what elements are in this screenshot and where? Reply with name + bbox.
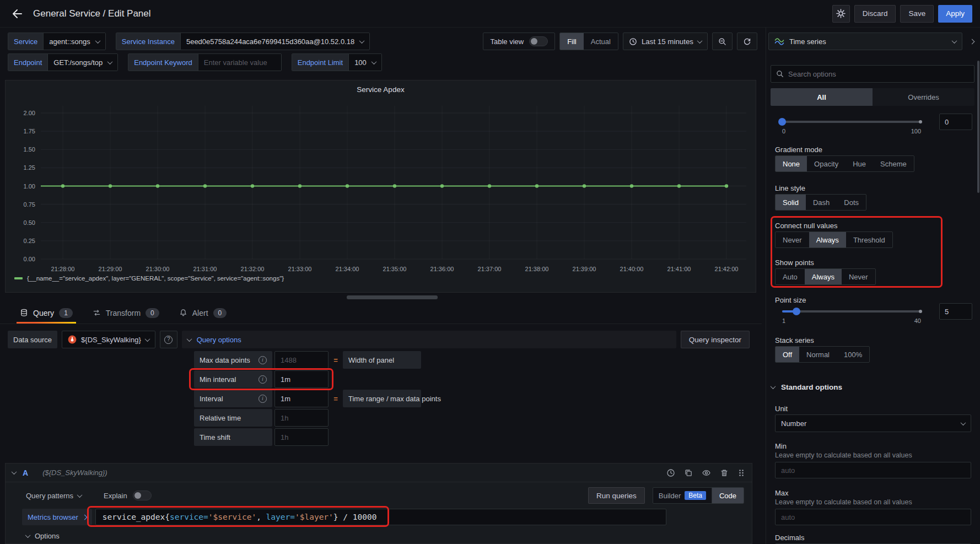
interval-input[interactable]: 1m (274, 390, 329, 407)
builder-option[interactable]: BuilderBeta (653, 491, 712, 500)
service-variable: Service agent::songs (8, 33, 106, 50)
chevron-down-icon (359, 38, 365, 44)
discard-button[interactable]: Discard (854, 5, 896, 23)
apply-button[interactable]: Apply (938, 5, 972, 23)
slider-value-input[interactable]: 0 (939, 114, 972, 130)
query-expression-row: Metrics browser service_apdex{service='$… (22, 508, 744, 526)
max-input[interactable] (775, 509, 971, 525)
chevron-down-icon (144, 336, 150, 342)
option-dots[interactable]: Dots (837, 195, 866, 210)
option-row-interval: Interval 1m = Time range / max data poin… (194, 390, 421, 407)
grafana-edit-panel: General Service / Edit Panel Discard Sav… (0, 0, 980, 544)
option-threshold[interactable]: Threshold (846, 232, 892, 247)
metrics-browser-button[interactable]: Metrics browser (22, 509, 92, 525)
option-none[interactable]: None (776, 156, 807, 171)
panel-settings-button[interactable] (832, 5, 850, 23)
run-queries-button[interactable]: Run queries (588, 487, 645, 504)
option-off[interactable]: Off (776, 347, 799, 362)
relative-time-input[interactable]: 1h (274, 409, 329, 427)
code-option[interactable]: Code (712, 488, 744, 503)
endpoint-limit-dropdown[interactable]: 100 (349, 54, 381, 71)
option-solid[interactable]: Solid (776, 195, 806, 210)
datasource-help-button[interactable] (160, 331, 177, 348)
tab-alert-count: 0 (213, 308, 227, 318)
line-style-control: SolidDashDots (775, 194, 866, 211)
option-hue[interactable]: Hue (846, 156, 873, 171)
explain-toggle[interactable] (133, 491, 152, 500)
max-data-points-input[interactable]: 1488 (274, 351, 329, 369)
query-patterns-dropdown[interactable]: Query patterns (26, 492, 82, 500)
standard-options-header[interactable]: Standard options (771, 383, 842, 391)
tab-alert[interactable]: Alert 0 (176, 302, 230, 324)
tab-alert-label: Alert (192, 309, 208, 317)
time-shift-label: Time shift (194, 428, 272, 446)
time-range-picker[interactable]: Last 15 minutes (623, 33, 708, 50)
query-expression-input[interactable]: service_apdex{service='$service', layer=… (95, 509, 666, 525)
refresh-button[interactable] (737, 33, 757, 50)
chevron-down-icon (12, 469, 17, 475)
slider-track[interactable] (782, 121, 921, 123)
service-dropdown[interactable]: agent::songs (44, 33, 105, 50)
slider-track[interactable] (782, 310, 921, 313)
service-instance-dropdown[interactable]: 5eed0e5758a244aca6e7699415d360aa@10.52.0… (181, 33, 369, 50)
min-input[interactable] (775, 462, 971, 478)
slider-thumb[interactable] (793, 308, 800, 315)
svg-text:21:42:00: 21:42:00 (715, 266, 739, 272)
option-fill[interactable]: Fill (560, 33, 584, 50)
connect-null-label: Connect null values (775, 222, 837, 230)
table-view-toggle[interactable] (529, 36, 548, 46)
option-never[interactable]: Never (776, 232, 809, 247)
slider-value-input[interactable]: 5 (939, 303, 972, 320)
copy-icon[interactable] (684, 468, 693, 477)
option-all[interactable]: All (771, 88, 873, 106)
datasource-label: Data source (8, 331, 57, 348)
svg-text:21:34:00: 21:34:00 (336, 266, 359, 272)
history-icon[interactable] (666, 468, 675, 477)
option-dash[interactable]: Dash (806, 195, 837, 210)
trash-icon[interactable] (720, 468, 729, 477)
slider (782, 308, 921, 315)
option-overrides[interactable]: Overrides (873, 88, 974, 106)
option-never[interactable]: Never (842, 269, 875, 284)
endpoint-keyword-input[interactable] (198, 54, 281, 71)
option-scheme[interactable]: Scheme (873, 156, 914, 171)
option-opacity[interactable]: Opacity (807, 156, 846, 171)
drag-handle-icon[interactable] (737, 468, 745, 477)
min-interval-input[interactable]: 1m (274, 370, 329, 388)
zoom-out-button[interactable] (712, 33, 733, 50)
horizontal-scrollbar[interactable] (347, 295, 438, 299)
visualization-picker[interactable]: Time series (768, 33, 962, 50)
unit-select[interactable]: Number (775, 414, 971, 432)
query-inspector-button[interactable]: Query inspector (681, 331, 750, 348)
tab-transform[interactable]: Transform 0 (89, 302, 163, 324)
datasource-picker[interactable]: ${DS_SkyWalking} (62, 331, 155, 348)
option-always[interactable]: Always (805, 269, 842, 284)
endpoint-limit-variable: Endpoint Limit 100 (292, 53, 382, 71)
option-100-[interactable]: 100% (837, 347, 869, 362)
slider-thumb[interactable] (778, 118, 786, 126)
chevron-down-icon (961, 420, 966, 425)
endpoint-dropdown[interactable]: GET:/songs/top (48, 54, 117, 71)
collapse-options-button[interactable] (965, 33, 979, 50)
save-button[interactable]: Save (900, 5, 934, 23)
option-always[interactable]: Always (809, 232, 846, 247)
option-normal[interactable]: Normal (799, 347, 837, 362)
query-options-footer[interactable]: Options (26, 532, 744, 540)
chart-legend[interactable]: {__name__="service_apdex", layer="GENERA… (14, 275, 284, 282)
line-style-label: Line style (775, 184, 805, 192)
relative-time-label: Relative time (194, 409, 272, 427)
chevron-down-icon (95, 38, 100, 44)
query-toolbar-row: Query patterns Explain Run queries Build… (26, 487, 744, 504)
query-options-header[interactable]: Query options (182, 331, 676, 348)
sidebar-scrollbar[interactable] (977, 61, 979, 193)
info-icon (259, 356, 267, 364)
back-button[interactable] (8, 4, 26, 23)
option-auto[interactable]: Auto (776, 269, 805, 284)
options-search-input[interactable] (788, 70, 969, 78)
query-card-header[interactable]: A (${DS_SkyWalking}) (6, 464, 752, 482)
tab-query[interactable]: Query 1 (17, 302, 76, 324)
option-actual[interactable]: Actual (584, 33, 618, 50)
chevron-down-icon (371, 59, 376, 64)
eye-icon[interactable] (702, 468, 711, 477)
time-shift-input[interactable]: 1h (274, 428, 329, 446)
